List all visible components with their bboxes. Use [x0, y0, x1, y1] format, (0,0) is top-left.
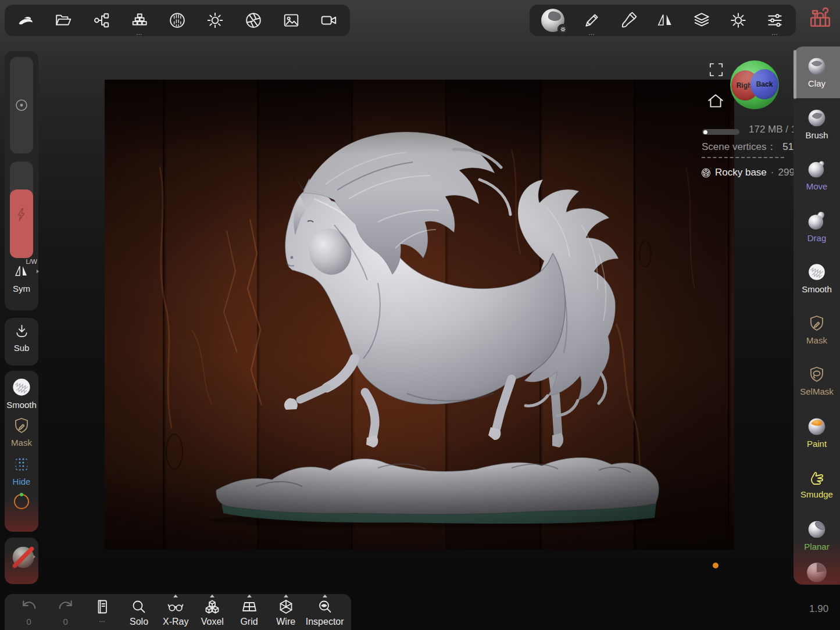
- home-view-button[interactable]: [707, 93, 724, 112]
- sym-label: Sym: [5, 284, 38, 293]
- tool-drag[interactable]: Drag: [793, 201, 840, 253]
- tool-label: Brush: [805, 131, 828, 139]
- painting-button[interactable]: [617, 6, 640, 34]
- no-material-button[interactable]: [5, 538, 38, 572]
- smudge-finger-icon: [807, 468, 826, 487]
- tune-button[interactable]: …: [763, 6, 787, 34]
- background-button[interactable]: [280, 6, 303, 34]
- hide-dotted-sphere-icon: [12, 454, 31, 474]
- scene-object-row[interactable]: Rocky base · 299k: [701, 167, 799, 178]
- quick-gizmo-button[interactable]: [5, 486, 38, 512]
- xray-toggle[interactable]: X-Ray: [158, 599, 194, 627]
- tool-planar[interactable]: Planar: [793, 510, 840, 561]
- radius-slider[interactable]: [10, 57, 33, 153]
- page-indicator-dot: [713, 563, 719, 568]
- tool-selmask[interactable]: SelMask: [793, 355, 840, 407]
- layers-icon: [693, 12, 710, 29]
- gizmo-shading: [730, 60, 779, 109]
- tool-paint[interactable]: Paint: [793, 407, 840, 459]
- stroke-pencil-button[interactable]: …: [580, 6, 603, 34]
- active-material-button[interactable]: [539, 6, 567, 34]
- radius-dot-icon: [14, 98, 29, 113]
- nomad-logo-button[interactable]: [14, 6, 37, 34]
- voxel-button[interactable]: Voxel: [194, 599, 231, 627]
- quick-mask-button[interactable]: Mask: [5, 410, 38, 448]
- quick-smooth-button[interactable]: Smooth: [5, 371, 38, 410]
- lighting-button[interactable]: [203, 6, 227, 34]
- tool-label: Smooth: [802, 285, 832, 293]
- tool-flatten-partial[interactable]: [793, 561, 840, 585]
- tool-rail: Clay Brush Move Drag Smooth: [793, 46, 840, 585]
- tool-label: Move: [806, 182, 828, 191]
- folder-icon: [55, 12, 72, 29]
- tool-smudge[interactable]: Smudge: [793, 458, 840, 510]
- hatched-sphere-icon: [169, 12, 186, 29]
- intensity-slider[interactable]: [10, 162, 33, 258]
- solo-toggle[interactable]: Solo: [120, 599, 157, 627]
- selmask-shield-icon: [807, 366, 826, 384]
- matcap-settings-badge[interactable]: [557, 24, 568, 34]
- quick-hide-label: Hide: [5, 477, 38, 486]
- tool-mask[interactable]: Mask: [793, 304, 840, 356]
- symmetry-toggle[interactable]: L/W Sym: [5, 262, 38, 293]
- wire-label: Wire: [276, 617, 295, 627]
- quick-smooth-label: Smooth: [5, 400, 38, 410]
- tool-move[interactable]: Move: [793, 149, 840, 201]
- gear-badge-icon: [560, 26, 566, 33]
- material-expand-caret[interactable]: [33, 555, 35, 559]
- sun-icon: [206, 12, 224, 29]
- sculpt-viewport[interactable]: [105, 80, 734, 550]
- material-button[interactable]: [166, 6, 189, 34]
- xray-caret: [173, 595, 178, 597]
- layers-button[interactable]: [690, 6, 713, 34]
- tool-brush[interactable]: Brush: [793, 98, 840, 150]
- orientation-gizmo[interactable]: Right Back: [730, 60, 779, 109]
- settings-button[interactable]: [727, 6, 750, 34]
- fullscreen-button[interactable]: [709, 62, 724, 80]
- geodesic-sphere-icon: [701, 168, 711, 178]
- scene-graph-button[interactable]: [90, 6, 113, 34]
- left-material-panel: [5, 538, 38, 584]
- pencil-more-indicator: …: [588, 30, 595, 35]
- memory-usage-bar: [702, 129, 739, 135]
- tool-clay[interactable]: Clay: [793, 46, 840, 98]
- intensity-bolt-icon: [14, 207, 29, 222]
- inspector-button[interactable]: Inspector: [304, 599, 345, 627]
- toolbox-button[interactable]: [808, 6, 832, 33]
- matcap-sphere-icon: [541, 9, 564, 32]
- symmetry-button[interactable]: [653, 6, 677, 34]
- notebook-icon: [94, 599, 110, 615]
- grid-toggle[interactable]: Grid: [231, 599, 267, 627]
- scene-vertices-label: Scene vertices：: [702, 141, 777, 152]
- camera-button[interactable]: [317, 6, 341, 34]
- tool-label: SelMask: [800, 387, 834, 396]
- image-icon: [283, 12, 300, 29]
- glasses-icon: [167, 599, 184, 615]
- tool-smooth[interactable]: Smooth: [793, 252, 840, 304]
- wire-toggle[interactable]: Wire: [267, 599, 304, 627]
- nomad-logo-icon: [16, 11, 35, 30]
- quick-hide-button[interactable]: Hide: [5, 448, 38, 486]
- tool-label: Paint: [807, 439, 827, 448]
- video-camera-icon: [320, 12, 338, 29]
- files-button[interactable]: [52, 6, 75, 34]
- sliders-icon: [766, 12, 784, 29]
- sub-tool-button[interactable]: Sub: [5, 318, 38, 353]
- voxel-cubes-icon: [204, 599, 220, 615]
- sym-expand-caret[interactable]: [37, 270, 39, 274]
- tool-label: Drag: [807, 234, 827, 242]
- smooth-sphere-icon: [807, 262, 827, 282]
- horse-sculpture: [105, 80, 734, 550]
- postprocess-button[interactable]: [242, 6, 265, 34]
- top-left-toolbar: …: [5, 5, 350, 36]
- tool-label: Clay: [808, 79, 825, 88]
- voxel-caret: [210, 595, 215, 597]
- redo-button[interactable]: 0: [47, 599, 84, 627]
- undo-button[interactable]: 0: [10, 599, 47, 627]
- history-button[interactable]: …: [84, 599, 120, 622]
- top-right-toolbar: … …: [530, 5, 796, 36]
- multires-button[interactable]: …: [128, 6, 151, 34]
- tool-rail-scrollbar[interactable]: [793, 50, 796, 99]
- wireframe-icon: [278, 599, 294, 615]
- sub-label: Sub: [5, 343, 38, 353]
